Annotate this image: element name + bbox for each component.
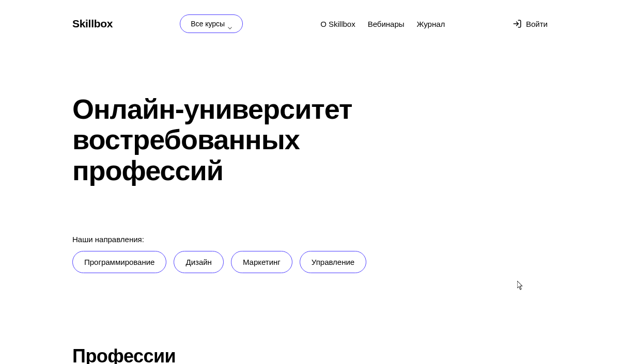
nav-link-journal[interactable]: Журнал (417, 20, 445, 28)
all-courses-dropdown[interactable]: Все курсы (180, 14, 243, 33)
direction-pill-marketing[interactable]: Маркетинг (231, 251, 292, 273)
logo[interactable]: Skillbox (72, 18, 113, 30)
login-label: Войти (526, 20, 548, 28)
chevron-down-icon (228, 23, 232, 25)
professions-title: Профессии с трудоустройством (72, 345, 548, 364)
hero-title-line-1: Онлайн-университет (72, 93, 352, 124)
direction-pill-management[interactable]: Управление (300, 251, 366, 273)
header: Skillbox Все курсы О Skillbox Вебинары Ж… (72, 0, 548, 48)
all-courses-label: Все курсы (191, 20, 225, 28)
nav-link-about[interactable]: О Skillbox (320, 20, 355, 28)
direction-pill-programming[interactable]: Программирование (72, 251, 166, 273)
nav: О Skillbox Вебинары Журнал (320, 20, 445, 28)
directions-pill-row: Программирование Дизайн Маркетинг Управл… (72, 251, 548, 273)
hero-title-line-2: востребованных (72, 124, 300, 155)
hero-title-line-3: профессий (72, 155, 223, 186)
login-button[interactable]: Войти (513, 19, 548, 28)
page-title: Онлайн-университет востребованных профес… (72, 94, 548, 186)
nav-link-webinars[interactable]: Вебинары (368, 20, 405, 28)
login-icon (513, 19, 522, 28)
direction-pill-design[interactable]: Дизайн (174, 251, 223, 273)
directions-section: Наши направления: Программирование Дизай… (72, 235, 548, 273)
professions-title-line-1: Профессии (72, 345, 176, 364)
hero: Онлайн-университет востребованных профес… (72, 94, 548, 186)
directions-label: Наши направления: (72, 235, 548, 244)
professions-section: Профессии с трудоустройством (72, 345, 548, 364)
